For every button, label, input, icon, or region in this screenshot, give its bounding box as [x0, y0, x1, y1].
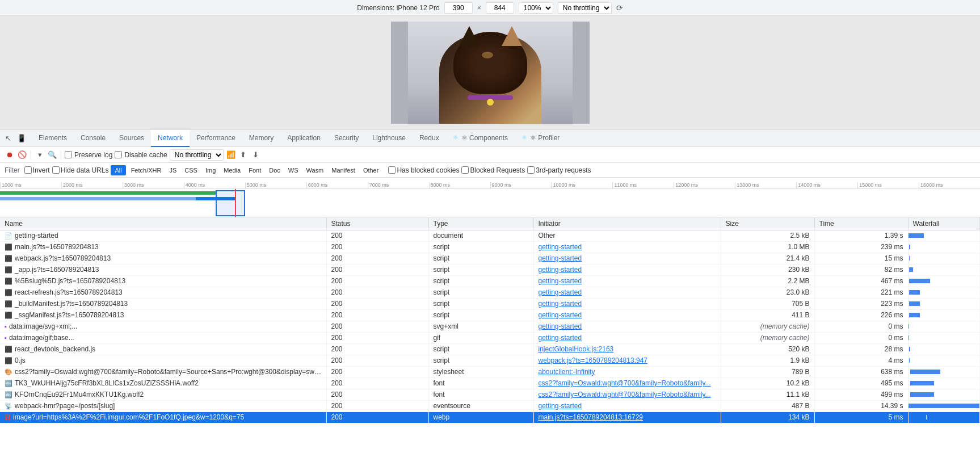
filter-wasm-btn[interactable]: Wasm [304, 166, 327, 174]
table-row[interactable]: ⬛ react-refresh.js?ts=1650789204813 200s… [0, 287, 980, 298]
initiator-cell[interactable]: css2?family=Oswald:wght@700&family=Robot… [533, 377, 721, 389]
tab-sources[interactable]: Sources [112, 130, 151, 147]
initiator-cell[interactable]: getting-started [533, 275, 721, 287]
tab-lighthouse[interactable]: Lighthouse [365, 130, 413, 147]
initiator-cell[interactable]: getting-started [533, 241, 721, 253]
filter-icon[interactable]: ▾ [35, 150, 45, 160]
filter-js-btn[interactable]: JS [166, 166, 179, 174]
initiator-cell[interactable]: css2?family=Oswald:wght@700&family=Robot… [533, 389, 721, 400]
initiator-cell[interactable]: getting-started [533, 264, 721, 275]
table-row[interactable]: ⬛ _ssgManifest.js?ts=1650789204813 200sc… [0, 309, 980, 321]
zoom-select[interactable]: 100% [519, 2, 553, 14]
search-button[interactable]: 🔍 [47, 150, 57, 160]
table-row[interactable]: ▪ data:image/gif;base... 200gifgetting-s… [0, 332, 980, 343]
initiator-cell[interactable]: getting-started [533, 400, 721, 412]
initiator-cell[interactable]: getting-started [533, 332, 721, 343]
initiator-link[interactable]: getting-started [539, 300, 582, 308]
table-row[interactable]: 🔤 TK3_WkUHHAljg75cFRf3bXL8LICs1xZosUZiZS… [0, 377, 980, 389]
tab-console[interactable]: Console [74, 130, 112, 147]
initiator-cell[interactable]: main.js?ts=1650789204813:16729 [533, 412, 721, 423]
filter-doc-btn[interactable]: Doc [266, 166, 283, 174]
tab-elements[interactable]: Elements [32, 130, 74, 147]
table-row[interactable]: ⬛ main.js?ts=1650789204813 200scriptgett… [0, 241, 980, 253]
initiator-link[interactable]: css2?family=Oswald:wght@700&family=Robot… [539, 391, 711, 398]
table-row[interactable]: ⬛ 0.js 200scriptwebpack.js?ts=1650789204… [0, 355, 980, 366]
filter-css-btn[interactable]: CSS [182, 166, 200, 174]
wifi-icon[interactable]: 📶 [226, 150, 236, 160]
initiator-cell[interactable]: getting-started [533, 253, 721, 264]
col-header-type[interactable]: Type [428, 217, 533, 230]
table-row[interactable]: ⬛ _app.js?ts=1650789204813 200scriptgett… [0, 264, 980, 275]
blocked-requests-checkbox[interactable]: Blocked Requests [461, 166, 525, 174]
filter-manifest-btn[interactable]: Manifest [329, 166, 358, 174]
initiator-cell[interactable]: getting-started [533, 287, 721, 298]
col-header-size[interactable]: Size [721, 217, 814, 230]
filter-ws-btn[interactable]: WS [285, 166, 301, 174]
table-row[interactable]: ▪ data:image/svg+xml;... 200svg+xmlgetti… [0, 321, 980, 332]
tab-memory[interactable]: Memory [242, 130, 280, 147]
col-header-initiator[interactable]: Initiator [533, 217, 721, 230]
filter-all-btn[interactable]: All [111, 165, 125, 175]
initiator-cell[interactable]: aboutclient:-Infinity [533, 366, 721, 377]
col-header-time[interactable]: Time [814, 217, 908, 230]
filter-media-btn[interactable]: Media [221, 166, 243, 174]
filter-other-btn[interactable]: Other [360, 166, 382, 174]
tab-security[interactable]: Security [327, 130, 365, 147]
table-row[interactable]: ⬛ react_devtools_backend.js 200scriptinj… [0, 343, 980, 355]
throttle-select[interactable]: No throttling [558, 2, 612, 14]
tab-components[interactable]: ⚛ ⚛ Components [446, 130, 515, 147]
disable-cache-checkbox[interactable]: Disable cache [115, 151, 167, 159]
record-button[interactable]: ⏺ [5, 150, 15, 160]
col-header-name[interactable]: Name [0, 217, 326, 230]
tab-profiler[interactable]: ⚛ ⚛ Profiler [515, 130, 566, 147]
initiator-link[interactable]: css2?family=Oswald:wght@700&family=Robot… [539, 379, 711, 387]
preserve-log-checkbox[interactable]: Preserve log [65, 151, 112, 159]
initiator-cell[interactable]: getting-started [533, 321, 721, 332]
initiator-link[interactable]: getting-started [539, 334, 582, 342]
third-party-requests-checkbox[interactable]: 3rd-party requests [527, 166, 591, 174]
tab-application[interactable]: Application [280, 130, 327, 147]
initiator-link[interactable]: getting-started [539, 322, 582, 330]
initiator-link[interactable]: getting-started [539, 288, 582, 296]
initiator-link[interactable]: webpack.js?ts=1650789204813:947 [539, 356, 648, 364]
initiator-cell[interactable]: getting-started [533, 298, 721, 309]
initiator-link[interactable]: getting-started [539, 277, 582, 285]
tab-performance[interactable]: Performance [190, 130, 242, 147]
clear-button[interactable]: 🚫 [17, 150, 27, 160]
filter-font-btn[interactable]: Font [246, 166, 264, 174]
hide-data-urls-checkbox[interactable]: Hide data URLs [52, 166, 109, 174]
rotate-icon[interactable]: ⟳ [616, 3, 623, 12]
filter-fetch-xhr-btn[interactable]: Fetch/XHR [128, 166, 165, 174]
filter-img-btn[interactable]: Img [203, 166, 218, 174]
table-row[interactable]: ⬛ webpack.js?ts=1650789204813 200scriptg… [0, 253, 980, 264]
table-row[interactable]: ⬛ _buildManifest.js?ts=1650789204813 200… [0, 298, 980, 309]
col-header-waterfall[interactable]: Waterfall [908, 217, 980, 230]
table-row[interactable]: ⬛ %5Bslug%5D.js?ts=1650789204813 200scri… [0, 275, 980, 287]
throttle-dropdown[interactable]: No throttling [170, 149, 224, 161]
network-table-container[interactable]: Name Status Type Initiator Size Time Wat… [0, 217, 980, 470]
export-icon[interactable]: ⬇ [251, 150, 261, 160]
tab-network[interactable]: Network [151, 130, 190, 147]
cursor-icon[interactable]: ↖ [2, 133, 14, 144]
initiator-link[interactable]: injectGlobalHook.js:2163 [539, 345, 614, 353]
initiator-cell[interactable]: getting-started [533, 309, 721, 321]
initiator-cell[interactable]: injectGlobalHook.js:2163 [533, 343, 721, 355]
initiator-link[interactable]: getting-started [539, 402, 582, 410]
invert-checkbox[interactable]: Invert [24, 166, 50, 174]
initiator-link[interactable]: main.js?ts=1650789204813:16729 [539, 413, 643, 421]
tab-redux[interactable]: Redux [413, 130, 446, 147]
table-row[interactable]: 🔤 KFOmCnqEu92Fr1Mu4mxKKTU1Kg.woff2 200fo… [0, 389, 980, 400]
table-row[interactable]: 📡 webpack-hmr?page=/posts/[slug] 200even… [0, 400, 980, 412]
import-icon[interactable]: ⬆ [238, 150, 249, 160]
initiator-link[interactable]: getting-started [539, 243, 582, 251]
initiator-link[interactable]: getting-started [539, 311, 582, 319]
table-row[interactable]: 📄 getting-started 200documentOther2.5 kB… [0, 230, 980, 241]
initiator-link[interactable]: aboutclient:-Infinity [539, 368, 595, 376]
mobile-icon[interactable]: 📱 [16, 133, 27, 144]
table-row[interactable]: 🎨 css2?family=Oswald:wght@700&family=Rob… [0, 366, 980, 377]
width-input[interactable] [444, 2, 473, 14]
col-header-status[interactable]: Status [326, 217, 428, 230]
initiator-cell[interactable]: webpack.js?ts=1650789204813:947 [533, 355, 721, 366]
table-row[interactable]: 🖼 image?url=https%3A%2F%2Fi.imgur.com%2F… [0, 412, 980, 423]
initiator-link[interactable]: getting-started [539, 254, 582, 262]
